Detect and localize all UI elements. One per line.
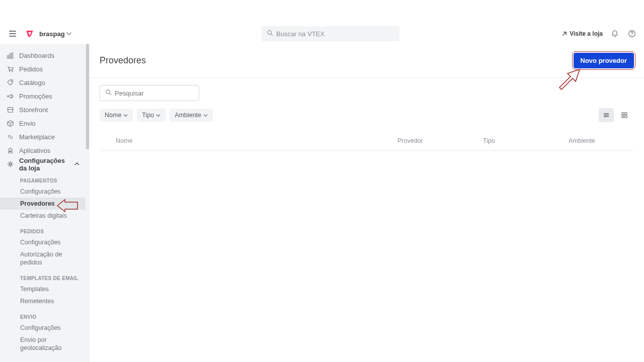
grid-icon: [621, 112, 628, 119]
sidebar-item-label: Pedidos: [19, 65, 43, 73]
svg-rect-18: [622, 116, 624, 118]
notifications-icon[interactable]: [610, 29, 620, 39]
gear-icon: [6, 160, 14, 168]
apps-icon: [6, 147, 14, 155]
sidebar-item-envio[interactable]: Envio: [0, 117, 86, 130]
col-ambiente: Ambiente: [569, 137, 618, 144]
storefront-icon: [6, 106, 14, 114]
filter-nome[interactable]: Nome: [100, 109, 133, 122]
filter-tipo[interactable]: Tipo: [137, 109, 166, 122]
sidebar-item-label: Catálogo: [19, 79, 45, 86]
sidebar-item-label: Configurações da loja: [19, 157, 69, 172]
chevron-up-icon: [74, 160, 79, 168]
svg-point-9: [11, 81, 12, 82]
sidebar-item-label: Aplicativos: [19, 147, 50, 154]
svg-rect-19: [625, 116, 627, 118]
sub-heading-envio: ENVIO: [0, 307, 86, 322]
chevron-down-icon: [156, 113, 160, 118]
col-nome: Nome: [116, 137, 397, 144]
svg-point-3: [631, 35, 632, 36]
dashboard-icon: [6, 52, 14, 60]
view-list-button[interactable]: [599, 108, 614, 122]
svg-rect-5: [10, 54, 11, 58]
sidebar-item-marketplace[interactable]: Marketplace: [0, 130, 86, 144]
sub-heading-pagamentos: PAGAMENTOS: [0, 171, 86, 186]
svg-point-10: [9, 163, 11, 165]
account-name[interactable]: braspag: [39, 30, 65, 38]
sidebar-item-dashboards[interactable]: Dashboards: [0, 49, 86, 62]
main-content: Provedores Novo provedor Nome: [90, 44, 644, 362]
filter-ambiente[interactable]: Ambiente: [170, 109, 213, 122]
sub-item-tpl-remetentes[interactable]: Remetentes: [0, 295, 86, 307]
chevron-down-icon: [123, 113, 128, 118]
page-title: Provedores: [100, 55, 146, 66]
vtex-logo: [25, 29, 34, 38]
sub-item-env-geo[interactable]: Envio por geolocalização: [0, 334, 86, 354]
global-search-placeholder: Buscar na VTEX: [276, 30, 325, 38]
megaphone-icon: [6, 93, 14, 101]
chevron-down-icon: [203, 113, 208, 118]
filter-label: Ambiente: [175, 112, 201, 119]
provider-search[interactable]: [100, 85, 199, 101]
sub-item-pag-config[interactable]: Configurações: [0, 186, 86, 198]
search-icon: [105, 89, 112, 97]
sidebar-item-pedidos[interactable]: Pedidos: [0, 62, 86, 76]
col-tipo: Tipo: [483, 137, 569, 144]
sub-item-pag-carteiras[interactable]: Carteiras digitais: [0, 210, 86, 222]
sidebar: Dashboards Pedidos Catálogo Promoções St…: [0, 44, 86, 362]
provider-search-input[interactable]: [115, 89, 199, 97]
sidebar-item-label: Marketplace: [19, 133, 55, 141]
svg-rect-16: [622, 113, 624, 115]
col-provedor: Provedor: [397, 137, 483, 144]
sidebar-item-label: Storefront: [19, 106, 48, 114]
list-icon: [603, 112, 610, 119]
sidebar-item-aplicativos[interactable]: Aplicativos: [0, 144, 86, 157]
svg-rect-6: [12, 53, 13, 58]
filter-label: Tipo: [142, 112, 154, 119]
sidebar-item-label: Promoções: [19, 93, 52, 100]
svg-point-11: [106, 90, 110, 94]
sub-item-env-config[interactable]: Configurações: [0, 322, 86, 334]
svg-point-8: [12, 71, 13, 72]
sub-item-pag-provedores[interactable]: Provedores: [0, 198, 86, 210]
sidebar-item-promocoes[interactable]: Promoções: [0, 89, 86, 103]
sidebar-item-catalogo[interactable]: Catálogo: [0, 76, 86, 89]
cart-icon: [6, 65, 14, 73]
table-header: Nome Provedor Tipo Ambiente: [100, 130, 634, 151]
sub-item-tpl-templates[interactable]: Templates: [0, 283, 86, 295]
box-icon: [6, 120, 14, 128]
svg-rect-17: [625, 113, 627, 115]
help-icon[interactable]: [627, 29, 637, 39]
hamburger-icon[interactable]: [9, 29, 19, 39]
visit-store-link[interactable]: Visite a loja: [561, 30, 603, 37]
chevron-down-icon[interactable]: [66, 30, 71, 38]
sidebar-item-config-loja[interactable]: Configurações da loja: [0, 157, 86, 171]
top-bar: braspag Buscar na VTEX Visite a loja: [0, 24, 644, 44]
visit-store-label: Visite a loja: [570, 30, 603, 37]
tag-icon: [6, 79, 14, 87]
svg-line-1: [271, 34, 273, 36]
sub-item-ped-config[interactable]: Configurações: [0, 236, 86, 248]
external-link-icon: [561, 31, 567, 37]
sidebar-item-storefront[interactable]: Storefront: [0, 103, 86, 117]
svg-line-12: [110, 94, 111, 95]
search-icon: [267, 30, 273, 38]
link-icon: [6, 133, 14, 141]
sidebar-item-label: Dashboards: [19, 52, 54, 59]
sub-item-ped-auth[interactable]: Autorização de pedidos: [0, 248, 86, 268]
novo-provedor-button[interactable]: Novo provedor: [574, 53, 634, 68]
svg-point-0: [268, 31, 272, 35]
view-grid-button[interactable]: [617, 108, 632, 122]
svg-rect-4: [7, 56, 8, 59]
sub-heading-templates: TEMPLATES DE EMAIL: [0, 268, 86, 283]
global-search[interactable]: Buscar na VTEX: [262, 26, 399, 41]
sidebar-item-label: Envio: [19, 120, 36, 127]
sub-heading-pedidos: PEDIDOS: [0, 222, 86, 236]
filter-label: Nome: [105, 112, 121, 119]
sidebar-scrollbar[interactable]: [86, 44, 90, 362]
svg-point-7: [9, 71, 10, 72]
